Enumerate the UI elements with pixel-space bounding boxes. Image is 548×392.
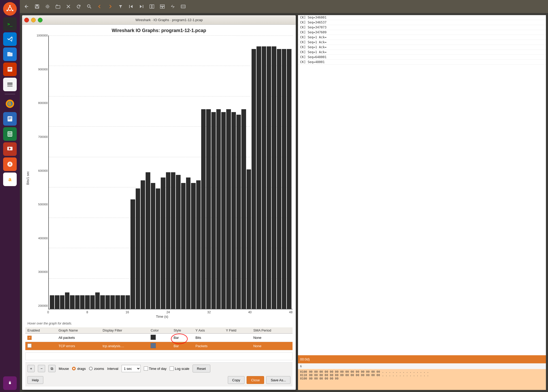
hex-row: 010000 00 00 00 00 00 — [300, 377, 544, 380]
toolbar-filter[interactable] — [116, 2, 125, 11]
packet-row[interactable]: CK] Seq=1 Ack= — [298, 40, 546, 45]
zooms-label: zooms — [94, 367, 104, 371]
window-minimize-button[interactable] — [31, 18, 36, 22]
toolbar-packet-detail[interactable] — [178, 2, 188, 11]
drags-radio[interactable] — [72, 367, 76, 370]
svg-rect-33 — [36, 5, 38, 6]
window-maximize-button[interactable] — [38, 18, 43, 22]
packet-row[interactable]: CK] Seq=1 Ack= — [298, 45, 546, 50]
dialog-titlebar: Wireshark · IO Graphs · program1-12-1.pc… — [22, 15, 296, 25]
chart-bar — [85, 295, 90, 309]
firefox-icon[interactable] — [3, 97, 17, 111]
remove-graph-button[interactable]: − — [38, 365, 45, 372]
svg-rect-11 — [7, 84, 13, 85]
amazon-icon[interactable]: a — [3, 173, 17, 186]
terminal-icon[interactable]: >_ — [3, 17, 17, 31]
chart-bar — [50, 295, 54, 309]
copy-button[interactable]: Copy — [228, 376, 245, 384]
help-button[interactable]: Help — [27, 376, 43, 384]
chart-bar — [272, 46, 276, 309]
drags-radio-group[interactable]: drags — [72, 367, 86, 371]
zooms-radio[interactable] — [89, 367, 93, 370]
calc-icon[interactable] — [3, 127, 17, 141]
time-of-day-checkbox[interactable] — [144, 366, 148, 371]
packet-row[interactable]: CK] Seq=648001 — [298, 55, 546, 60]
chart-bar — [95, 292, 100, 309]
toolbar-jump-end[interactable] — [137, 2, 146, 11]
cell-enabled[interactable]: ✓ — [25, 334, 56, 342]
packet-row[interactable]: CK] Seq=347073 — [298, 25, 546, 30]
toolbar-layout1[interactable] — [147, 2, 157, 11]
chart-bar — [90, 295, 95, 309]
table-row[interactable]: ✓ All packets Bar Bits — [25, 334, 293, 342]
chart-bar — [211, 112, 216, 309]
svg-rect-9 — [8, 69, 11, 70]
add-graph-button[interactable]: + — [27, 365, 35, 372]
interval-label: Interval — [107, 367, 118, 371]
time-of-day-check[interactable]: Time of day — [144, 366, 166, 371]
close-button[interactable]: Close — [247, 376, 264, 384]
svg-rect-47 — [163, 7, 164, 8]
toolbar-jump-start[interactable] — [126, 2, 136, 11]
log-scale-check[interactable]: Log scale — [170, 366, 189, 371]
cell-y-axis: Bits — [193, 334, 224, 342]
toolbar-open[interactable] — [53, 2, 63, 11]
toolbar-zoom[interactable] — [168, 2, 177, 11]
log-scale-checkbox[interactable] — [170, 366, 174, 371]
appstore-icon[interactable]: A — [3, 157, 17, 171]
reset-button[interactable]: Reset — [193, 365, 210, 372]
packet-row[interactable]: CK] Seq=346537 — [298, 20, 546, 25]
chart-bar — [141, 180, 145, 309]
toolbar-save[interactable] — [32, 2, 42, 11]
files-icon[interactable] — [3, 47, 17, 61]
packet-row[interactable]: CK] Seq=1 Ack= — [298, 50, 546, 55]
chart-bar — [282, 49, 286, 309]
packet-row[interactable]: CK] Seq=346001 — [298, 15, 546, 20]
toolbar-reload[interactable] — [74, 2, 84, 11]
toolbar-search[interactable] — [85, 2, 94, 11]
impress-icon[interactable] — [3, 142, 17, 156]
toolbar-nav-next[interactable] — [105, 2, 115, 11]
ubuntu-icon[interactable] — [3, 2, 17, 16]
writer-icon[interactable] — [3, 112, 17, 126]
table-row[interactable]: TCP errors tcp.analysis.... Bar Packets … — [25, 342, 293, 350]
svg-rect-24 — [8, 135, 9, 136]
copy-graph-button[interactable]: ⧉ — [48, 365, 56, 372]
notes-icon[interactable] — [3, 63, 17, 76]
vscode-icon[interactable] — [3, 32, 17, 46]
chart-plot-area[interactable]: 1000000 900000 800000 700000 600000 5000… — [48, 35, 293, 309]
toolbar-nav-prev[interactable] — [95, 2, 104, 11]
cell-enabled[interactable] — [25, 342, 56, 350]
cell-graph-name: TCP errors — [56, 342, 100, 350]
col-display-filter: Display Filter — [100, 327, 148, 334]
chart-bar — [115, 295, 120, 309]
zooms-radio-group[interactable]: zooms — [89, 367, 104, 371]
svg-text:A: A — [9, 162, 11, 166]
packet-row[interactable]: CK] Seq=1 Ack= — [298, 35, 546, 40]
chart-bar — [221, 112, 226, 309]
interval-select[interactable]: 1 sec 100 ms 10 ms — [122, 365, 141, 372]
chart-bar — [241, 109, 246, 309]
save-as-button[interactable]: Save As... — [266, 376, 290, 384]
cell-color[interactable] — [148, 334, 171, 342]
cell-y-axis: Packets — [193, 342, 224, 350]
stack-icon[interactable] — [3, 78, 17, 91]
top-toolbar — [20, 0, 548, 13]
packet-row[interactable]: CK] Seq=48001 — [298, 60, 546, 65]
chart-bar — [121, 295, 125, 309]
highlighted-packet-row[interactable]: 00:0d) — [298, 355, 546, 364]
chart-bar — [75, 295, 80, 309]
packet-row[interactable]: CK] Seq=347609 — [298, 30, 546, 35]
settings-icon[interactable] — [3, 376, 17, 390]
toolbar-close-file[interactable] — [64, 2, 73, 11]
chart-container: Bits/1 sec 1000000 900000 800000 700000 … — [25, 35, 293, 321]
toolbar-back[interactable] — [22, 2, 31, 11]
cell-sma-period: None — [251, 334, 293, 342]
cell-graph-name: All packets — [56, 334, 100, 342]
chart-bar — [60, 295, 64, 309]
toolbar-layout2[interactable] — [158, 2, 167, 11]
cell-color[interactable] — [148, 342, 171, 350]
chart-title: Wireshark IO Graphs: program1-12-1.pcap — [25, 28, 293, 33]
toolbar-settings[interactable] — [43, 2, 52, 11]
window-close-button[interactable] — [24, 18, 29, 22]
